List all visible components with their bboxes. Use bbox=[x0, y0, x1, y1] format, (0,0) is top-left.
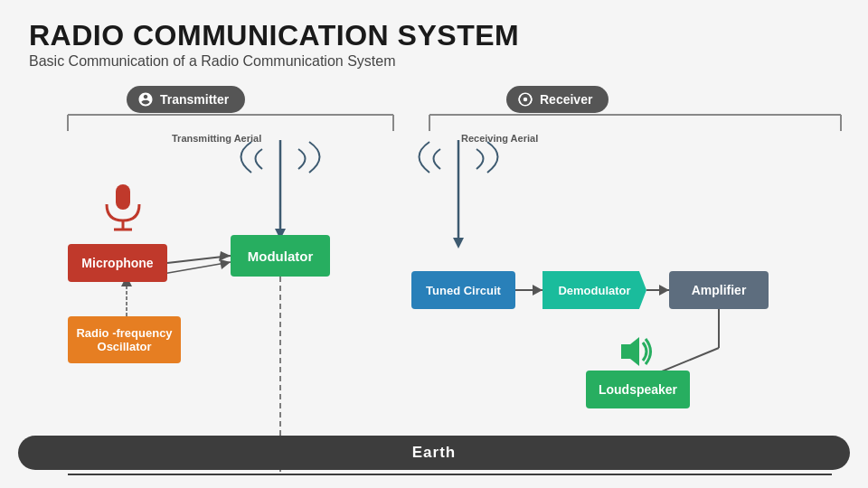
demodulator-label: Demodulator bbox=[558, 284, 630, 297]
loudspeaker-label: Loudspeaker bbox=[599, 382, 677, 397]
loudspeaker-box: Loudspeaker bbox=[586, 371, 690, 408]
svg-marker-30 bbox=[621, 337, 639, 366]
diagram-area: Transmitter Receiver bbox=[18, 86, 850, 470]
modulator-box: Modulator bbox=[231, 235, 330, 277]
amplifier-box: Amplifier bbox=[669, 271, 769, 309]
tuned-circuit-box: Tuned Circuit bbox=[411, 271, 515, 309]
earth-label: Earth bbox=[412, 444, 456, 462]
svg-marker-21 bbox=[659, 285, 669, 296]
tuned-circuit-label: Tuned Circuit bbox=[426, 284, 501, 297]
modulator-label: Modulator bbox=[248, 249, 314, 264]
amplifier-label: Amplifier bbox=[692, 283, 747, 297]
microphone-label: Microphone bbox=[81, 256, 153, 270]
subtitle: Basic Communication of a Radio Communica… bbox=[29, 53, 839, 70]
oscillator-box: Radio -frequency Oscillator bbox=[68, 316, 181, 363]
main-title: RADIO COMMUNICATION SYSTEM bbox=[29, 20, 839, 52]
transmitting-aerial-label: Transmitting Aerial bbox=[172, 133, 261, 144]
svg-rect-27 bbox=[116, 184, 130, 210]
svg-marker-16 bbox=[220, 259, 231, 269]
svg-marker-19 bbox=[533, 285, 542, 296]
oscillator-label: Radio -frequency Oscillator bbox=[76, 326, 172, 353]
microphone-icon bbox=[99, 181, 146, 240]
receiving-aerial-label: Receiving Aerial bbox=[461, 133, 538, 144]
microphone-box: Microphone bbox=[68, 244, 167, 282]
earth-bar: Earth bbox=[18, 436, 850, 470]
demodulator-box: Demodulator bbox=[542, 271, 646, 309]
slide: RADIO COMMUNICATION SYSTEM Basic Communi… bbox=[0, 0, 868, 488]
svg-marker-11 bbox=[453, 238, 464, 249]
